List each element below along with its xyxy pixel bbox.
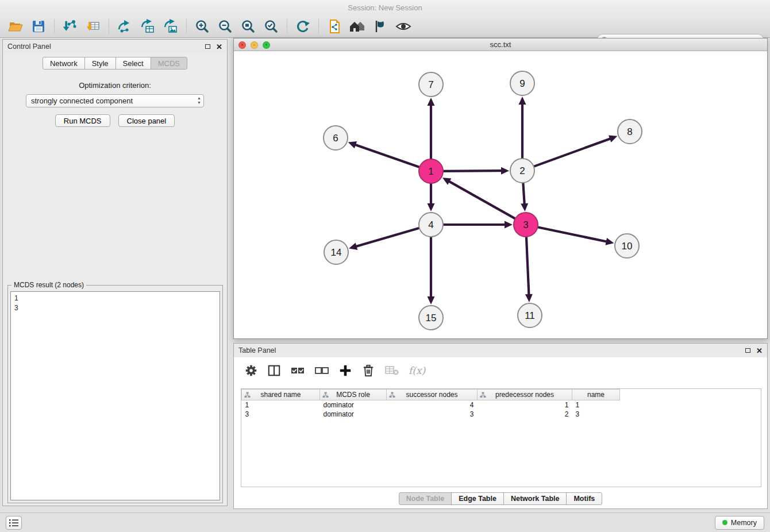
graph-node-7[interactable]: 7 — [419, 72, 443, 97]
tab-network[interactable]: Network — [43, 57, 85, 70]
network-window-titlebar[interactable]: × − + scc.txt — [234, 38, 767, 51]
mcds-result-text[interactable]: 1 3 — [10, 291, 220, 500]
graph-node-4[interactable]: 4 — [419, 213, 443, 237]
window-title: Session: New Session — [348, 3, 422, 12]
graph-node-2[interactable]: 2 — [510, 159, 534, 183]
gear-glyph — [244, 364, 258, 377]
tab-select[interactable]: Select — [116, 57, 151, 70]
table-cell: 3 — [387, 410, 478, 419]
edge-arrowhead — [349, 242, 357, 249]
node-label: 11 — [525, 310, 535, 321]
minimize-window-icon[interactable]: − — [251, 41, 258, 49]
graph-edge-3-11[interactable] — [526, 235, 529, 295]
deselect-all-checkboxes-icon[interactable] — [314, 364, 329, 377]
close-panel-icon[interactable]: ✕ — [216, 43, 222, 51]
close-panel-button[interactable]: Close panel — [118, 114, 175, 127]
new-table-icon[interactable] — [138, 17, 157, 36]
close-window-icon[interactable]: × — [238, 41, 246, 49]
optimization-criterion-label: Optimization criterion: — [3, 81, 227, 90]
import-table-file-icon[interactable] — [83, 17, 103, 36]
list-icon — [9, 518, 19, 527]
graph-edge-3-10[interactable] — [536, 227, 607, 242]
network-canvas[interactable]: 1234678910111415 — [234, 51, 767, 338]
select-all-checkboxes-icon[interactable] — [290, 364, 305, 377]
tab-edge-table[interactable]: Edge Table — [451, 492, 504, 505]
open-folder-icon[interactable] — [6, 17, 25, 36]
tab-network-table[interactable]: Network Table — [503, 492, 567, 505]
node-table[interactable]: shared name MCDS role successor nodes pr… — [241, 388, 761, 487]
graph-edge-1-2[interactable] — [441, 171, 502, 171]
export-network-icon[interactable] — [325, 17, 344, 36]
graph-node-8[interactable]: 8 — [618, 119, 642, 144]
criterion-dropdown[interactable]: strongly connected component ▲▼ — [26, 94, 204, 107]
home-icon[interactable] — [348, 17, 367, 36]
show-graphics-details-glyph — [395, 19, 411, 34]
style-paint-icon[interactable] — [371, 17, 390, 36]
add-column-icon[interactable] — [338, 364, 352, 377]
float-window-icon[interactable] — [205, 44, 210, 49]
delete-column-icon[interactable] — [361, 364, 375, 377]
column-header-mcds-role[interactable]: MCDS role — [320, 390, 387, 400]
status-bar: Memory — [0, 512, 770, 532]
graph-node-1[interactable]: 1 — [419, 159, 443, 183]
table-panel-header: Table Panel ✕ — [234, 344, 767, 357]
graph-node-15[interactable]: 15 — [419, 306, 443, 330]
float-window-icon[interactable] — [745, 348, 750, 353]
node-label: 14 — [331, 247, 342, 258]
memory-button[interactable]: Memory — [715, 516, 764, 530]
toolbar-separator — [287, 19, 287, 34]
mcds-buttons-row: Run MCDS Close panel — [3, 114, 227, 127]
show-panels-button[interactable] — [6, 516, 22, 530]
node-label: 2 — [519, 165, 525, 176]
import-network-file-icon[interactable] — [60, 17, 80, 36]
export-network-glyph — [327, 19, 342, 34]
graph-node-3[interactable]: 3 — [514, 213, 538, 237]
graph-node-9[interactable]: 9 — [510, 71, 534, 95]
column-type-icon — [389, 392, 395, 400]
control-panel-header: Control Panel ✕ — [3, 40, 227, 53]
show-graphics-details-icon[interactable] — [394, 17, 413, 36]
export-image-icon[interactable] — [161, 17, 180, 36]
graph-node-14[interactable]: 14 — [324, 240, 348, 264]
table-cell: 1 — [242, 400, 320, 410]
table-cell: 1 — [478, 400, 572, 410]
dropdown-stepper-icon: ▲▼ — [197, 96, 201, 105]
table-cell: dominator — [320, 400, 387, 410]
graph-edge-2-3[interactable] — [523, 181, 525, 205]
column-header-predecessor-nodes[interactable]: predecessor nodes — [478, 390, 572, 400]
run-mcds-button[interactable]: Run MCDS — [55, 114, 110, 127]
tab-motifs[interactable]: Motifs — [566, 492, 602, 505]
zoom-window-icon[interactable]: + — [263, 41, 270, 49]
zoom-selected-icon[interactable] — [261, 17, 281, 36]
tab-style[interactable]: Style — [84, 57, 116, 70]
graph-edge-4-14[interactable] — [356, 228, 421, 246]
tab-mcds[interactable]: MCDS — [151, 57, 187, 70]
save-session-icon[interactable] — [29, 17, 48, 36]
table-row[interactable]: 3dominator323 — [242, 410, 620, 419]
refresh-view-icon[interactable] — [293, 17, 313, 36]
tab-node-table[interactable]: Node Table — [399, 492, 452, 505]
network-graph[interactable]: 1234678910111415 — [234, 51, 767, 338]
graph-node-11[interactable]: 11 — [518, 303, 542, 327]
node-label: 15 — [426, 313, 437, 323]
new-network-icon[interactable] — [115, 17, 134, 36]
column-header-name[interactable]: name — [572, 390, 620, 400]
graph-node-10[interactable]: 10 — [615, 234, 639, 258]
zoom-fit-icon[interactable] — [238, 17, 258, 36]
zoom-in-icon[interactable] — [192, 17, 212, 36]
graph-edge-3-1[interactable] — [448, 181, 517, 219]
graph-edge-1-6[interactable] — [355, 145, 421, 168]
graph-edge-2-8[interactable] — [532, 138, 611, 167]
table-row[interactable]: 1dominator411 — [242, 400, 620, 410]
graph-node-6[interactable]: 6 — [324, 126, 348, 150]
node-label: 7 — [428, 79, 433, 90]
close-panel-icon[interactable]: ✕ — [756, 347, 763, 354]
zoom-out-icon[interactable] — [215, 17, 235, 36]
edge-arrowhead — [348, 141, 357, 148]
select-all-checkboxes-glyph — [290, 364, 305, 377]
column-header-shared-name[interactable]: shared name — [242, 390, 320, 400]
column-header-successor-nodes[interactable]: successor nodes — [387, 390, 478, 400]
gear-icon[interactable] — [244, 364, 258, 377]
split-column-view-icon[interactable] — [267, 364, 281, 377]
node-label: 3 — [523, 219, 528, 230]
